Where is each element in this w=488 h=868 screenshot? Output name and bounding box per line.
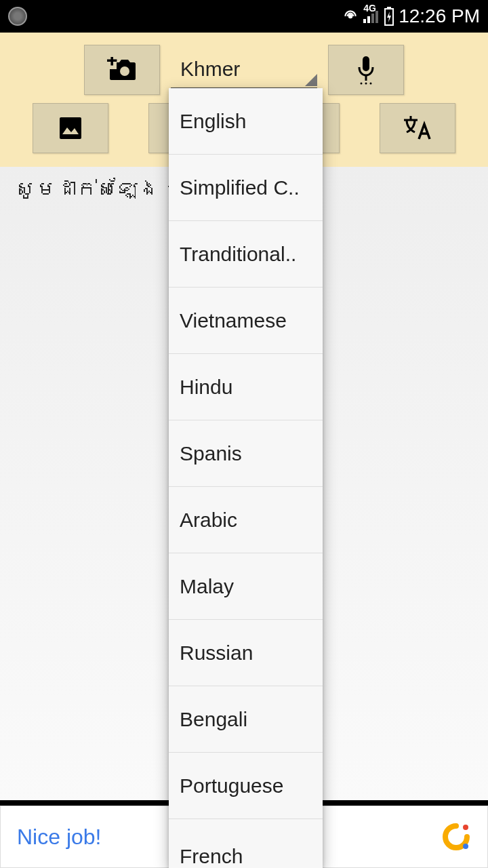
loading-spinner-icon (8, 7, 27, 26)
dropdown-item-hindu[interactable]: Hindu (169, 354, 323, 420)
svg-rect-8 (363, 56, 369, 71)
camera-button[interactable] (84, 45, 160, 95)
battery-charging-icon (384, 7, 394, 26)
status-left (8, 7, 27, 26)
svg-rect-13 (60, 117, 81, 139)
dropdown-item-english[interactable]: English (169, 88, 323, 155)
svg-point-17 (463, 844, 468, 849)
status-right: 4G 12:26 PM (342, 5, 480, 27)
image-button[interactable] (33, 103, 108, 153)
language-dropdown: English Simplified C.. Tranditional.. Vi… (169, 88, 323, 868)
ad-headline: Nice job! (17, 825, 102, 850)
dropdown-item-spanish[interactable]: Spanis (169, 420, 323, 487)
svg-rect-2 (367, 16, 370, 23)
dropdown-arrow-icon (305, 74, 317, 86)
dropdown-item-bengali[interactable]: Bengali (169, 686, 323, 753)
translate-icon (403, 115, 432, 142)
dropdown-item-portuguese[interactable]: Portuguese (169, 753, 323, 819)
microphone-icon (356, 55, 376, 85)
svg-point-10 (361, 83, 363, 85)
dropdown-item-malay[interactable]: Malay (169, 553, 323, 620)
dropdown-item-arabic[interactable]: Arabic (169, 487, 323, 553)
svg-rect-3 (371, 14, 374, 23)
status-time: 12:26 PM (399, 5, 480, 27)
svg-point-7 (120, 66, 129, 76)
admob-logo-icon (441, 822, 471, 852)
svg-rect-6 (387, 7, 391, 9)
network-4g-icon: 4G (363, 9, 380, 23)
status-bar: 4G 12:26 PM (0, 0, 488, 33)
dropdown-item-french[interactable]: French (169, 819, 323, 868)
svg-point-12 (370, 83, 372, 85)
image-icon (58, 115, 83, 141)
hotspot-icon (342, 7, 359, 25)
selected-language-label: Khmer (180, 58, 240, 81)
microphone-button[interactable] (328, 45, 404, 95)
dropdown-item-vietnamese[interactable]: Vietnamese (169, 288, 323, 354)
dropdown-item-traditional-chinese[interactable]: Tranditional.. (169, 221, 323, 288)
svg-point-0 (349, 15, 352, 18)
svg-point-11 (365, 83, 367, 85)
svg-rect-1 (363, 19, 366, 23)
camera-add-icon (107, 57, 137, 83)
dropdown-item-russian[interactable]: Russian (169, 620, 323, 686)
dropdown-item-simplified-chinese[interactable]: Simplified C.. (169, 155, 323, 221)
svg-point-16 (463, 825, 468, 830)
translate-button[interactable] (380, 103, 455, 153)
language-spinner[interactable]: Khmer (171, 51, 317, 89)
